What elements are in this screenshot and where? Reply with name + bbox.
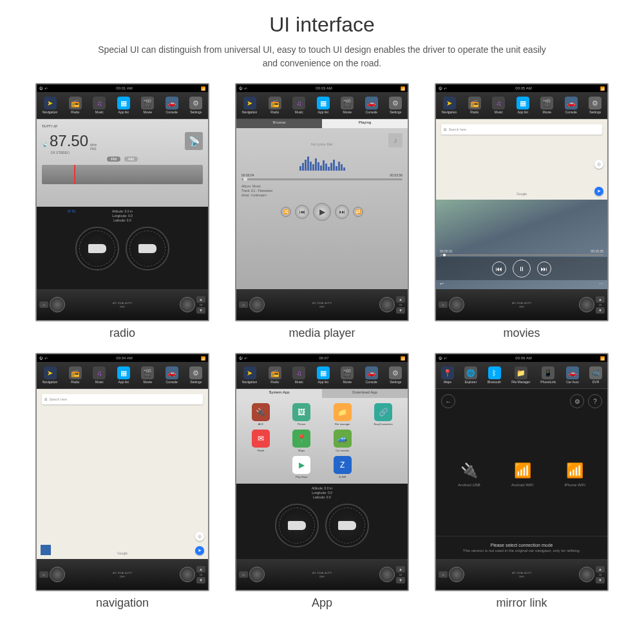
applist-icon[interactable]: ▦	[516, 97, 529, 109]
applist-icon[interactable]: ▦	[117, 97, 130, 109]
applist-icon[interactable]: ▦	[317, 97, 330, 109]
dvr-icon[interactable]: 📹	[589, 366, 602, 379]
applist-icon[interactable]: ▦	[117, 366, 130, 379]
back-icon[interactable]: ↶	[444, 356, 447, 361]
back-icon[interactable]: ↶	[244, 356, 247, 361]
power-icon[interactable]: ⏻	[39, 86, 43, 91]
back-icon[interactable]: ↶	[44, 86, 48, 91]
settings-icon[interactable]: ⚙	[389, 366, 402, 379]
video-seekbar[interactable]	[440, 254, 603, 256]
back-icon[interactable]: ↶	[44, 356, 48, 361]
back-button[interactable]: ←	[441, 394, 455, 408]
vol-up-button[interactable]: ▲	[396, 296, 405, 303]
music-icon[interactable]: ♫	[292, 97, 305, 109]
ac-controls[interactable]: A/C DUAL AUTO	[512, 571, 531, 574]
vol-up-button[interactable]: ▲	[196, 566, 205, 573]
menu-icon[interactable]: ≡	[44, 397, 48, 402]
navigation-icon[interactable]: ➤	[443, 97, 456, 109]
tuning-dial[interactable]	[42, 165, 203, 184]
console-icon[interactable]: 🚗	[565, 97, 578, 109]
maps-icon[interactable]: 📍	[441, 366, 454, 379]
app-gmail-icon[interactable]: ✉	[252, 430, 270, 448]
app-maps-icon[interactable]: 📍	[292, 430, 310, 448]
ac-controls[interactable]: A/C DUAL AUTO	[512, 301, 531, 305]
vol-up-button[interactable]: ▲	[596, 296, 605, 303]
home-button[interactable]: ⌂	[239, 571, 248, 578]
power-icon[interactable]: ⏻	[439, 356, 442, 361]
video-area[interactable]: 00:00:3100:15:35 ⏮ ⏸ ⏭ ↩⋯	[436, 200, 607, 289]
video-prev-button[interactable]: ⏮	[492, 261, 506, 276]
return-icon[interactable]: ↩	[440, 281, 444, 287]
explorer-icon[interactable]: 🌐	[464, 366, 477, 379]
power-icon[interactable]: ⏻	[39, 356, 43, 361]
app-easyconnection-icon[interactable]: 🔗	[374, 403, 392, 421]
app-filemanager-icon[interactable]: 📁	[334, 403, 352, 421]
home-button[interactable]: ⌂	[239, 301, 248, 308]
settings-button[interactable]: ⚙	[570, 394, 584, 408]
bluetooth-icon[interactable]: ᛒ	[488, 366, 501, 379]
search-box[interactable]: ≡Search here	[42, 394, 203, 404]
music-icon[interactable]: ♫	[93, 366, 106, 379]
map-panel[interactable]: ≡Search here ◎ ➤ Google	[436, 119, 607, 200]
music-icon[interactable]: ♫	[93, 97, 106, 109]
movie-icon[interactable]: 🎬	[341, 366, 354, 379]
android-wifi-option[interactable]: 📶Android WiFi	[511, 462, 533, 487]
left-knob[interactable]	[50, 297, 65, 312]
settings-icon[interactable]: ⚙	[589, 97, 601, 109]
vol-up-button[interactable]: ▲	[196, 296, 205, 303]
prev-button[interactable]: ⏮	[295, 205, 309, 219]
home-button[interactable]: ⌂	[439, 301, 448, 308]
console-icon[interactable]: 🚗	[365, 97, 378, 109]
navigation-icon[interactable]: ➤	[243, 97, 256, 109]
more-icon[interactable]: ⋯	[599, 281, 603, 287]
settings-icon[interactable]: ⚙	[189, 366, 202, 379]
movie-icon[interactable]: 🎬	[341, 97, 354, 109]
app-picture-icon[interactable]: 🖼	[292, 403, 310, 421]
next-button[interactable]: ⏭	[335, 205, 349, 219]
tab-download-app[interactable]: Download App	[322, 389, 408, 398]
console-icon[interactable]: 🚗	[365, 366, 378, 379]
left-knob[interactable]	[449, 297, 464, 312]
video-pause-button[interactable]: ⏸	[513, 260, 531, 278]
radio-modes[interactable]: TA PTY AF	[42, 124, 57, 128]
radio-icon[interactable]: 📻	[269, 366, 281, 379]
vol-down-button[interactable]: ▼	[396, 307, 405, 314]
radio-icon[interactable]: 📻	[269, 97, 281, 109]
app-zlink-icon[interactable]: Z	[334, 456, 352, 474]
seek-bar[interactable]	[242, 178, 402, 180]
locate-button[interactable]: ◎	[594, 160, 603, 169]
vol-up-button[interactable]: ▲	[396, 566, 405, 573]
ac-controls[interactable]: A/C DUAL AUTO	[113, 301, 132, 305]
right-knob[interactable]	[579, 297, 594, 312]
search-box[interactable]: ≡Search here	[441, 124, 602, 135]
left-knob[interactable]	[50, 567, 65, 582]
home-button[interactable]: ⌂	[439, 571, 448, 578]
ac-controls[interactable]: A/C DUAL AUTO	[113, 571, 132, 574]
android-usb-option[interactable]: 🔌Android USB	[458, 462, 480, 487]
navigation-icon[interactable]: ➤	[243, 366, 256, 379]
repeat-button[interactable]: 🔁	[353, 207, 363, 217]
home-button[interactable]: ⌂	[39, 571, 48, 578]
ac-controls[interactable]: A/C DUAL AUTO	[312, 571, 332, 574]
app-aux-icon[interactable]: 🔌	[252, 403, 270, 421]
applist-icon[interactable]: ▦	[317, 366, 330, 379]
vol-up-button[interactable]: ▲	[596, 566, 605, 573]
carauto-icon[interactable]: 🚗	[566, 366, 579, 379]
tab-system-app[interactable]: System App	[236, 389, 322, 398]
navigation-icon[interactable]: ➤	[44, 97, 57, 109]
back-icon[interactable]: ↶	[244, 86, 247, 91]
home-button[interactable]: ⌂	[39, 301, 48, 308]
phonelink-icon[interactable]: 📱	[542, 366, 554, 379]
am-button[interactable]: AM	[124, 156, 138, 162]
vol-down-button[interactable]: ▼	[196, 577, 205, 583]
power-icon[interactable]: ⏻	[439, 86, 442, 91]
left-knob[interactable]	[249, 297, 265, 312]
radio-icon[interactable]: 📻	[69, 97, 82, 109]
iphone-wifi-option[interactable]: 📶iPhone WiFi	[565, 462, 585, 487]
ac-controls[interactable]: A/C DUAL AUTO	[312, 301, 332, 305]
map-panel[interactable]: ≡Search here ◎ ➤ Google	[37, 389, 208, 559]
movie-icon[interactable]: 🎬	[540, 97, 553, 109]
menu-icon[interactable]: ≡	[444, 127, 447, 133]
right-knob[interactable]	[180, 567, 195, 582]
back-icon[interactable]: ↶	[444, 86, 447, 91]
